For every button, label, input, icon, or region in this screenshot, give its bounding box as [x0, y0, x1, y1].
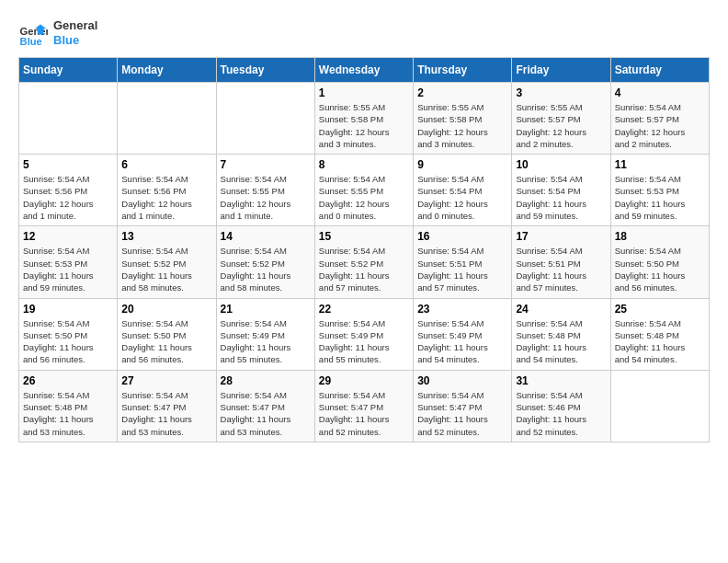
day-info: Sunrise: 5:54 AM Sunset: 5:56 PM Dayligh…	[121, 173, 211, 222]
calendar-cell	[19, 83, 118, 155]
day-number: 19	[23, 303, 113, 316]
weekday-header: Monday	[118, 58, 216, 83]
calendar-cell: 25Sunrise: 5:54 AM Sunset: 5:48 PM Dayli…	[610, 298, 709, 370]
calendar-cell: 21Sunrise: 5:54 AM Sunset: 5:49 PM Dayli…	[216, 298, 314, 370]
weekday-header: Friday	[512, 58, 610, 83]
day-info: Sunrise: 5:54 AM Sunset: 5:52 PM Dayligh…	[221, 245, 311, 293]
logo-text: General Blue	[53, 18, 97, 47]
day-number: 8	[319, 158, 409, 171]
day-info: Sunrise: 5:54 AM Sunset: 5:53 PM Dayligh…	[23, 245, 113, 293]
day-number: 30	[417, 374, 507, 387]
calendar-table: SundayMondayTuesdayWednesdayThursdayFrid…	[18, 57, 710, 442]
calendar-cell: 31Sunrise: 5:54 AM Sunset: 5:46 PM Dayli…	[512, 370, 610, 442]
calendar-week-row: 1Sunrise: 5:55 AM Sunset: 5:58 PM Daylig…	[19, 83, 710, 155]
weekday-header: Thursday	[414, 58, 512, 83]
calendar-cell	[610, 370, 709, 442]
logo: General Blue General Blue	[18, 18, 97, 48]
day-number: 6	[121, 158, 211, 171]
day-number: 20	[121, 303, 211, 316]
day-number: 17	[516, 230, 606, 243]
day-number: 31	[516, 374, 606, 387]
calendar-cell: 20Sunrise: 5:54 AM Sunset: 5:50 PM Dayli…	[118, 298, 216, 370]
day-info: Sunrise: 5:54 AM Sunset: 5:50 PM Dayligh…	[615, 245, 705, 293]
calendar-week-row: 12Sunrise: 5:54 AM Sunset: 5:53 PM Dayli…	[19, 226, 710, 298]
calendar-cell: 16Sunrise: 5:54 AM Sunset: 5:51 PM Dayli…	[414, 226, 512, 298]
calendar-cell: 29Sunrise: 5:54 AM Sunset: 5:47 PM Dayli…	[314, 370, 413, 442]
calendar-cell: 5Sunrise: 5:54 AM Sunset: 5:56 PM Daylig…	[19, 155, 118, 226]
day-number: 27	[121, 374, 211, 387]
day-info: Sunrise: 5:54 AM Sunset: 5:49 PM Dayligh…	[319, 317, 409, 366]
calendar-week-row: 5Sunrise: 5:54 AM Sunset: 5:56 PM Daylig…	[19, 155, 710, 226]
day-number: 24	[516, 303, 606, 316]
day-number: 10	[516, 158, 606, 171]
day-info: Sunrise: 5:54 AM Sunset: 5:47 PM Dayligh…	[121, 389, 211, 438]
weekday-header: Saturday	[610, 58, 709, 83]
calendar-cell: 9Sunrise: 5:54 AM Sunset: 5:54 PM Daylig…	[414, 155, 512, 226]
calendar-cell: 14Sunrise: 5:54 AM Sunset: 5:52 PM Dayli…	[216, 226, 314, 298]
day-number: 4	[615, 86, 705, 99]
calendar-cell	[118, 83, 216, 155]
calendar-cell: 28Sunrise: 5:54 AM Sunset: 5:47 PM Dayli…	[216, 370, 314, 442]
day-info: Sunrise: 5:54 AM Sunset: 5:50 PM Dayligh…	[121, 317, 211, 366]
calendar-week-row: 26Sunrise: 5:54 AM Sunset: 5:48 PM Dayli…	[19, 370, 710, 442]
day-number: 16	[417, 230, 507, 243]
day-info: Sunrise: 5:54 AM Sunset: 5:54 PM Dayligh…	[516, 173, 606, 222]
day-number: 5	[23, 158, 113, 171]
calendar-cell: 7Sunrise: 5:54 AM Sunset: 5:55 PM Daylig…	[216, 155, 314, 226]
calendar-cell: 17Sunrise: 5:54 AM Sunset: 5:51 PM Dayli…	[512, 226, 610, 298]
calendar-cell: 22Sunrise: 5:54 AM Sunset: 5:49 PM Dayli…	[314, 298, 413, 370]
day-info: Sunrise: 5:54 AM Sunset: 5:56 PM Dayligh…	[23, 173, 113, 222]
day-info: Sunrise: 5:54 AM Sunset: 5:46 PM Dayligh…	[516, 389, 606, 438]
logo-icon: General Blue	[18, 18, 48, 48]
day-number: 7	[221, 158, 311, 171]
svg-text:Blue: Blue	[20, 36, 42, 47]
calendar-cell: 15Sunrise: 5:54 AM Sunset: 5:52 PM Dayli…	[314, 226, 413, 298]
calendar-header: SundayMondayTuesdayWednesdayThursdayFrid…	[19, 58, 710, 83]
day-info: Sunrise: 5:54 AM Sunset: 5:55 PM Dayligh…	[319, 173, 409, 222]
day-number: 15	[319, 230, 409, 243]
day-info: Sunrise: 5:54 AM Sunset: 5:50 PM Dayligh…	[23, 317, 113, 366]
calendar-cell: 23Sunrise: 5:54 AM Sunset: 5:49 PM Dayli…	[414, 298, 512, 370]
day-info: Sunrise: 5:54 AM Sunset: 5:47 PM Dayligh…	[417, 389, 507, 438]
calendar-cell: 27Sunrise: 5:54 AM Sunset: 5:47 PM Dayli…	[118, 370, 216, 442]
calendar-cell: 11Sunrise: 5:54 AM Sunset: 5:53 PM Dayli…	[610, 155, 709, 226]
day-number: 14	[221, 230, 311, 243]
day-number: 13	[121, 230, 211, 243]
day-number: 18	[615, 230, 705, 243]
day-info: Sunrise: 5:54 AM Sunset: 5:54 PM Dayligh…	[417, 173, 507, 222]
day-info: Sunrise: 5:54 AM Sunset: 5:48 PM Dayligh…	[516, 317, 606, 366]
day-number: 23	[417, 303, 507, 316]
day-info: Sunrise: 5:55 AM Sunset: 5:58 PM Dayligh…	[417, 101, 507, 150]
day-number: 12	[23, 230, 113, 243]
calendar-cell: 3Sunrise: 5:55 AM Sunset: 5:57 PM Daylig…	[512, 83, 610, 155]
calendar-cell: 30Sunrise: 5:54 AM Sunset: 5:47 PM Dayli…	[414, 370, 512, 442]
day-info: Sunrise: 5:54 AM Sunset: 5:51 PM Dayligh…	[417, 245, 507, 293]
day-info: Sunrise: 5:54 AM Sunset: 5:48 PM Dayligh…	[615, 317, 705, 366]
day-info: Sunrise: 5:54 AM Sunset: 5:47 PM Dayligh…	[221, 389, 311, 438]
calendar-week-row: 19Sunrise: 5:54 AM Sunset: 5:50 PM Dayli…	[19, 298, 710, 370]
day-info: Sunrise: 5:54 AM Sunset: 5:55 PM Dayligh…	[221, 173, 311, 222]
calendar-cell: 12Sunrise: 5:54 AM Sunset: 5:53 PM Dayli…	[19, 226, 118, 298]
calendar-cell: 26Sunrise: 5:54 AM Sunset: 5:48 PM Dayli…	[19, 370, 118, 442]
day-number: 28	[221, 374, 311, 387]
calendar-cell: 24Sunrise: 5:54 AM Sunset: 5:48 PM Dayli…	[512, 298, 610, 370]
day-info: Sunrise: 5:54 AM Sunset: 5:52 PM Dayligh…	[121, 245, 211, 293]
day-number: 21	[221, 303, 311, 316]
calendar-cell: 2Sunrise: 5:55 AM Sunset: 5:58 PM Daylig…	[414, 83, 512, 155]
calendar-cell: 4Sunrise: 5:54 AM Sunset: 5:57 PM Daylig…	[610, 83, 709, 155]
day-number: 26	[23, 374, 113, 387]
day-info: Sunrise: 5:54 AM Sunset: 5:47 PM Dayligh…	[319, 389, 409, 438]
page-header: General Blue General Blue	[18, 18, 710, 48]
day-number: 2	[417, 86, 507, 99]
weekday-header: Tuesday	[216, 58, 314, 83]
calendar-cell: 19Sunrise: 5:54 AM Sunset: 5:50 PM Dayli…	[19, 298, 118, 370]
calendar-cell: 10Sunrise: 5:54 AM Sunset: 5:54 PM Dayli…	[512, 155, 610, 226]
day-info: Sunrise: 5:54 AM Sunset: 5:52 PM Dayligh…	[319, 245, 409, 293]
day-info: Sunrise: 5:54 AM Sunset: 5:49 PM Dayligh…	[221, 317, 311, 366]
calendar-cell: 6Sunrise: 5:54 AM Sunset: 5:56 PM Daylig…	[118, 155, 216, 226]
weekday-header: Wednesday	[314, 58, 413, 83]
day-number: 22	[319, 303, 409, 316]
day-info: Sunrise: 5:55 AM Sunset: 5:58 PM Dayligh…	[319, 101, 409, 150]
day-info: Sunrise: 5:54 AM Sunset: 5:57 PM Dayligh…	[615, 101, 705, 150]
calendar-cell	[216, 83, 314, 155]
